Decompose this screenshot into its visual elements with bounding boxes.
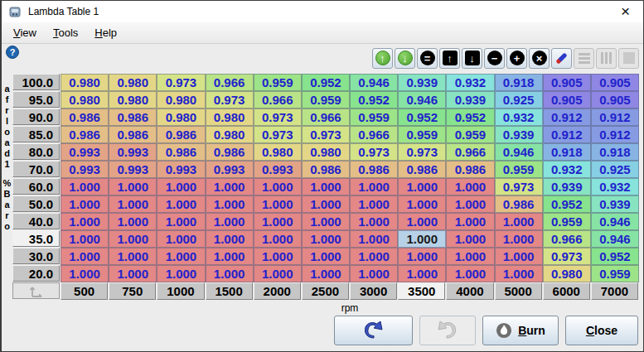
table-cell-95.0-3500[interactable]: 0.946 bbox=[398, 91, 446, 108]
row-header-95.0[interactable]: 95.0 bbox=[12, 91, 60, 108]
table-cell-60.0-3500[interactable]: 1.000 bbox=[398, 178, 446, 195]
table-cell-60.0-7000[interactable]: 0.932 bbox=[591, 178, 639, 195]
table-cell-85.0-1000[interactable]: 0.986 bbox=[157, 126, 205, 143]
table-cell-40.0-500[interactable]: 1.000 bbox=[61, 213, 109, 230]
table-cell-70.0-1500[interactable]: 0.993 bbox=[206, 161, 254, 178]
table-cell-85.0-7000[interactable]: 0.912 bbox=[591, 126, 639, 143]
table-cell-60.0-2500[interactable]: 1.000 bbox=[302, 178, 350, 195]
scale-down-button[interactable]: ↓ bbox=[395, 48, 415, 69]
table-cell-100.0-1500[interactable]: 0.966 bbox=[206, 74, 254, 91]
table-cell-50.0-6000[interactable]: 0.952 bbox=[543, 195, 591, 213]
table-cell-90.0-1000[interactable]: 0.980 bbox=[157, 108, 205, 126]
table-cell-30.0-2000[interactable]: 1.000 bbox=[254, 248, 302, 265]
table-cell-90.0-500[interactable]: 0.986 bbox=[61, 108, 109, 126]
col-header-4000[interactable]: 4000 bbox=[446, 282, 493, 300]
table-cell-90.0-1500[interactable]: 0.980 bbox=[206, 108, 254, 126]
table-cell-70.0-2000[interactable]: 0.993 bbox=[254, 161, 302, 178]
table-cell-85.0-5000[interactable]: 0.939 bbox=[495, 126, 543, 143]
table-cell-70.0-4000[interactable]: 0.986 bbox=[446, 161, 494, 178]
table-cell-30.0-500[interactable]: 1.000 bbox=[61, 248, 109, 265]
table-cell-20.0-1000[interactable]: 1.000 bbox=[157, 265, 205, 282]
shift-down-button[interactable]: ↓ bbox=[462, 48, 482, 69]
table-cell-40.0-6000[interactable]: 0.959 bbox=[543, 213, 591, 230]
set-equal-button[interactable]: = bbox=[417, 48, 438, 69]
table-cell-20.0-500[interactable]: 1.000 bbox=[61, 265, 109, 282]
table-cell-100.0-750[interactable]: 0.980 bbox=[109, 74, 157, 91]
row-header-50.0[interactable]: 50.0 bbox=[12, 195, 60, 212]
table-cell-40.0-750[interactable]: 1.000 bbox=[109, 213, 157, 230]
table-cell-80.0-5000[interactable]: 0.946 bbox=[495, 143, 543, 161]
table-cell-40.0-3500[interactable]: 1.000 bbox=[398, 213, 446, 230]
col-header-7000[interactable]: 7000 bbox=[591, 282, 638, 300]
table-cell-35.0-1000[interactable]: 1.000 bbox=[157, 230, 205, 248]
table-cell-95.0-500[interactable]: 0.980 bbox=[61, 91, 109, 108]
col-header-750[interactable]: 750 bbox=[109, 282, 156, 300]
table-cell-30.0-2500[interactable]: 1.000 bbox=[302, 248, 350, 265]
table-cell-35.0-750[interactable]: 1.000 bbox=[109, 230, 157, 248]
col-header-3500[interactable]: 3500 bbox=[398, 282, 445, 300]
table-cell-90.0-6000[interactable]: 0.912 bbox=[543, 108, 591, 126]
table-cell-20.0-7000[interactable]: 0.959 bbox=[591, 265, 639, 282]
scale-up-button[interactable]: ↑ bbox=[372, 48, 393, 69]
table-cell-35.0-2500[interactable]: 1.000 bbox=[302, 230, 350, 248]
table-cell-30.0-1000[interactable]: 1.000 bbox=[157, 248, 205, 265]
table-cell-100.0-4000[interactable]: 0.932 bbox=[446, 74, 494, 91]
col-header-6000[interactable]: 6000 bbox=[543, 282, 590, 300]
table-cell-60.0-4000[interactable]: 1.000 bbox=[446, 178, 494, 195]
table-cell-80.0-3000[interactable]: 0.973 bbox=[350, 143, 398, 161]
table-cell-40.0-7000[interactable]: 0.946 bbox=[591, 213, 639, 230]
col-header-3000[interactable]: 3000 bbox=[350, 282, 397, 300]
table-cell-60.0-6000[interactable]: 0.939 bbox=[543, 178, 591, 195]
row-header-70.0[interactable]: 70.0 bbox=[12, 161, 60, 177]
multiply-button[interactable]: × bbox=[529, 48, 550, 69]
table-cell-20.0-3000[interactable]: 1.000 bbox=[350, 265, 398, 282]
burn-button[interactable]: Burn bbox=[482, 316, 559, 345]
row-header-30.0[interactable]: 30.0 bbox=[12, 248, 60, 264]
col-header-1500[interactable]: 1500 bbox=[206, 282, 253, 300]
table-cell-100.0-2500[interactable]: 0.952 bbox=[302, 74, 350, 91]
table-cell-20.0-750[interactable]: 1.000 bbox=[109, 265, 157, 282]
table-cell-70.0-750[interactable]: 0.993 bbox=[109, 161, 157, 178]
row-header-80.0[interactable]: 80.0 bbox=[12, 143, 60, 160]
row-header-40.0[interactable]: 40.0 bbox=[12, 213, 60, 229]
table-cell-80.0-6000[interactable]: 0.918 bbox=[543, 143, 591, 161]
close-button[interactable]: Close bbox=[565, 316, 638, 345]
table-cell-30.0-750[interactable]: 1.000 bbox=[109, 248, 157, 265]
row-header-20.0[interactable]: 20.0 bbox=[12, 265, 60, 282]
col-header-5000[interactable]: 5000 bbox=[495, 282, 542, 300]
table-cell-70.0-2500[interactable]: 0.986 bbox=[302, 161, 350, 178]
table-cell-50.0-1000[interactable]: 1.000 bbox=[157, 195, 205, 213]
table-cell-35.0-6000[interactable]: 0.966 bbox=[543, 230, 591, 248]
table-cell-50.0-2000[interactable]: 1.000 bbox=[254, 195, 302, 213]
table-cell-95.0-1000[interactable]: 0.980 bbox=[157, 91, 205, 108]
table-cell-95.0-750[interactable]: 0.980 bbox=[109, 91, 157, 108]
table-cell-20.0-1500[interactable]: 1.000 bbox=[206, 265, 254, 282]
table-cell-90.0-750[interactable]: 0.986 bbox=[109, 108, 157, 126]
table-cell-95.0-6000[interactable]: 0.905 bbox=[543, 91, 591, 108]
table-cell-80.0-2500[interactable]: 0.980 bbox=[302, 143, 350, 161]
col-header-1000[interactable]: 1000 bbox=[157, 282, 204, 300]
table-cell-35.0-500[interactable]: 1.000 bbox=[61, 230, 109, 248]
table-cell-40.0-1500[interactable]: 1.000 bbox=[206, 213, 254, 230]
table-cell-60.0-3000[interactable]: 1.000 bbox=[350, 178, 398, 195]
table-cell-85.0-3500[interactable]: 0.959 bbox=[398, 126, 446, 143]
table-cell-35.0-2000[interactable]: 1.000 bbox=[254, 230, 302, 248]
increment-button[interactable]: + bbox=[506, 48, 527, 69]
table-cell-70.0-3000[interactable]: 0.986 bbox=[350, 161, 398, 178]
table-cell-30.0-4000[interactable]: 1.000 bbox=[446, 248, 494, 265]
table-cell-100.0-500[interactable]: 0.980 bbox=[61, 74, 109, 91]
menu-item-tools[interactable]: Tools bbox=[45, 23, 86, 42]
table-cell-70.0-7000[interactable]: 0.925 bbox=[591, 161, 639, 178]
table-cell-35.0-7000[interactable]: 0.946 bbox=[591, 230, 639, 248]
columns-view-button[interactable] bbox=[596, 48, 617, 69]
table-cell-20.0-2000[interactable]: 1.000 bbox=[254, 265, 302, 282]
table-cell-20.0-2500[interactable]: 1.000 bbox=[302, 265, 350, 282]
table-cell-30.0-6000[interactable]: 0.973 bbox=[543, 248, 591, 265]
table-cell-70.0-6000[interactable]: 0.932 bbox=[543, 161, 591, 178]
table-cell-95.0-4000[interactable]: 0.939 bbox=[446, 91, 494, 108]
table-cell-20.0-3500[interactable]: 1.000 bbox=[398, 265, 446, 282]
table-cell-80.0-1000[interactable]: 0.986 bbox=[157, 143, 205, 161]
table-cell-95.0-5000[interactable]: 0.925 bbox=[495, 91, 543, 108]
table-cell-70.0-3500[interactable]: 0.986 bbox=[398, 161, 446, 178]
col-header-2500[interactable]: 2500 bbox=[302, 282, 349, 300]
